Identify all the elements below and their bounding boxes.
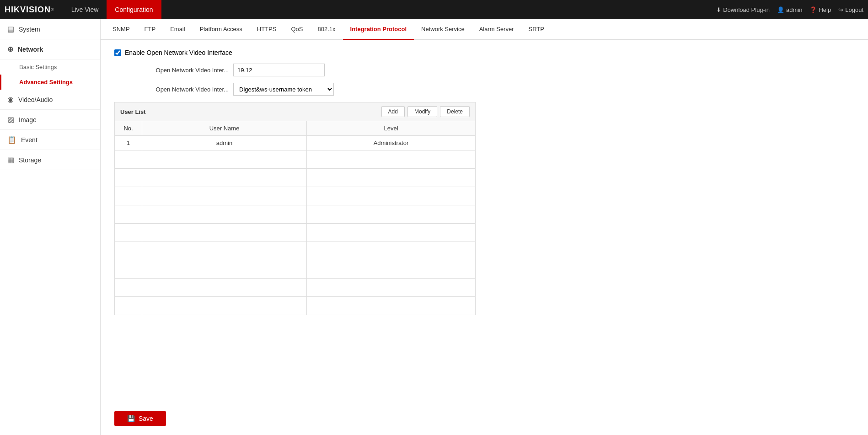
sidebar-video-label: Video/Audio bbox=[18, 96, 53, 103]
cell-no: 1 bbox=[115, 136, 142, 150]
content-area: SNMP FTP Email Platform Access HTTPS QoS… bbox=[101, 19, 868, 435]
tab-content-integration-protocol: Enable Open Network Video Interface Open… bbox=[101, 40, 868, 402]
sidebar-item-network[interactable]: ⊕ Network bbox=[0, 39, 100, 59]
navbar: HIKVISION® Live View Configuration ⬇ Dow… bbox=[0, 0, 868, 19]
save-button[interactable]: 💾 Save bbox=[114, 411, 166, 426]
sidebar-subitem-advanced-settings[interactable]: Advanced Settings bbox=[0, 75, 100, 90]
brand: HIKVISION® bbox=[5, 5, 54, 15]
image-icon: ▨ bbox=[7, 115, 14, 124]
nav-liveview[interactable]: Live View bbox=[63, 0, 107, 19]
tab-platform-access[interactable]: Platform Access bbox=[193, 19, 250, 40]
help-btn[interactable]: ❓ Help bbox=[809, 6, 831, 13]
sidebar-item-image[interactable]: ▨ Image bbox=[0, 110, 100, 130]
table-row-empty-2 bbox=[115, 169, 476, 187]
save-label: Save bbox=[139, 415, 153, 422]
user-list-table-head: No. User Name Level bbox=[115, 121, 476, 136]
sidebar-system-label: System bbox=[19, 26, 40, 33]
user-list-table-body: 1 admin Administrator bbox=[115, 136, 476, 315]
table-row-empty-5 bbox=[115, 224, 476, 242]
enable-onvif-label: Enable Open Network Video Interface bbox=[125, 49, 232, 56]
sidebar-network-label: Network bbox=[18, 46, 43, 53]
sidebar-subitem-basic-settings[interactable]: Basic Settings bbox=[0, 59, 100, 75]
cell-username: admin bbox=[142, 136, 307, 150]
nav-configuration[interactable]: Configuration bbox=[107, 0, 161, 19]
help-icon: ❓ bbox=[809, 6, 817, 13]
tab-ftp[interactable]: FTP bbox=[137, 19, 163, 40]
main-layout: ▤ System ⊕ Network Basic Settings Advanc… bbox=[0, 19, 868, 435]
nav-links: Live View Configuration bbox=[63, 0, 717, 19]
system-icon: ▤ bbox=[7, 25, 14, 33]
download-plugin-btn[interactable]: ⬇ Download Plug-in bbox=[716, 6, 770, 13]
plugin-icon: ⬇ bbox=[716, 6, 721, 13]
table-row-empty-4 bbox=[115, 205, 476, 224]
network-icon: ⊕ bbox=[7, 45, 13, 54]
table-row-empty-7 bbox=[115, 260, 476, 279]
tab-https[interactable]: HTTPS bbox=[250, 19, 284, 40]
add-user-button[interactable]: Add bbox=[381, 106, 405, 117]
col-level: Level bbox=[307, 121, 476, 136]
tab-network-service[interactable]: Network Service bbox=[414, 19, 472, 40]
save-section: 💾 Save bbox=[101, 402, 868, 435]
tab-srtp[interactable]: SRTP bbox=[521, 19, 552, 40]
video-icon: ◉ bbox=[7, 95, 14, 104]
user-list-container: User List Add Modify Delete No. User Nam… bbox=[114, 102, 476, 315]
sidebar-event-label: Event bbox=[21, 136, 38, 144]
storage-icon: ▦ bbox=[7, 156, 14, 164]
logout-label: Logout bbox=[845, 6, 863, 13]
cell-level: Administrator bbox=[307, 136, 476, 150]
delete-user-button[interactable]: Delete bbox=[440, 106, 470, 117]
sidebar-storage-label: Storage bbox=[19, 156, 41, 164]
brand-name: HIKVISION bbox=[5, 5, 51, 15]
enable-onvif-checkbox[interactable] bbox=[114, 49, 121, 56]
user-list-title: User List bbox=[120, 108, 146, 115]
event-icon: 📋 bbox=[7, 135, 16, 144]
download-plugin-label: Download Plug-in bbox=[723, 6, 770, 13]
user-list-table: No. User Name Level 1 admin Administrato… bbox=[114, 121, 476, 315]
col-no: No. bbox=[115, 121, 142, 136]
table-row-empty-8 bbox=[115, 279, 476, 297]
logout-icon: ↪ bbox=[838, 6, 843, 13]
admin-menu[interactable]: 👤 admin bbox=[777, 6, 802, 13]
help-label: Help bbox=[819, 6, 831, 13]
sidebar-item-event[interactable]: 📋 Event bbox=[0, 130, 100, 150]
basic-settings-label: Basic Settings bbox=[19, 64, 57, 70]
modify-user-button[interactable]: Modify bbox=[407, 106, 437, 117]
port-label: Open Network Video Inter... bbox=[114, 67, 233, 74]
auth-label: Open Network Video Inter... bbox=[114, 86, 233, 93]
auth-select[interactable]: Digest&ws-username token Digest ws-usern… bbox=[233, 83, 334, 96]
enable-row: Enable Open Network Video Interface bbox=[114, 49, 854, 56]
col-username: User Name bbox=[142, 121, 307, 136]
table-header-row: No. User Name Level bbox=[115, 121, 476, 136]
tab-email[interactable]: Email bbox=[163, 19, 193, 40]
tab-qos[interactable]: QoS bbox=[284, 19, 310, 40]
tab-snmp[interactable]: SNMP bbox=[105, 19, 137, 40]
logout-btn[interactable]: ↪ Logout bbox=[838, 6, 863, 13]
table-row[interactable]: 1 admin Administrator bbox=[115, 136, 476, 150]
sidebar-item-video-audio[interactable]: ◉ Video/Audio bbox=[0, 90, 100, 110]
tabs-bar: SNMP FTP Email Platform Access HTTPS QoS… bbox=[101, 19, 868, 40]
sidebar: ▤ System ⊕ Network Basic Settings Advanc… bbox=[0, 19, 101, 435]
table-row-empty-6 bbox=[115, 242, 476, 260]
table-row-empty-3 bbox=[115, 187, 476, 205]
port-input[interactable] bbox=[233, 64, 325, 76]
sidebar-item-storage[interactable]: ▦ Storage bbox=[0, 150, 100, 170]
user-list-buttons: Add Modify Delete bbox=[381, 106, 470, 117]
advanced-settings-label: Advanced Settings bbox=[19, 79, 73, 86]
tab-integration-protocol[interactable]: Integration Protocol bbox=[343, 19, 414, 40]
user-icon: 👤 bbox=[777, 6, 784, 13]
admin-label: admin bbox=[786, 6, 802, 13]
table-row-empty-1 bbox=[115, 150, 476, 169]
user-list-header: User List Add Modify Delete bbox=[114, 102, 476, 121]
port-row: Open Network Video Inter... bbox=[114, 64, 854, 76]
save-icon: 💾 bbox=[127, 415, 135, 422]
tab-8021x[interactable]: 802.1x bbox=[310, 19, 343, 40]
sidebar-image-label: Image bbox=[19, 116, 37, 124]
sidebar-item-system[interactable]: ▤ System bbox=[0, 19, 100, 39]
brand-reg: ® bbox=[51, 7, 54, 12]
auth-row: Open Network Video Inter... Digest&ws-us… bbox=[114, 83, 854, 96]
table-row-empty-9 bbox=[115, 297, 476, 315]
tab-alarm-server[interactable]: Alarm Server bbox=[472, 19, 521, 40]
navbar-right: ⬇ Download Plug-in 👤 admin ❓ Help ↪ Logo… bbox=[716, 6, 863, 13]
